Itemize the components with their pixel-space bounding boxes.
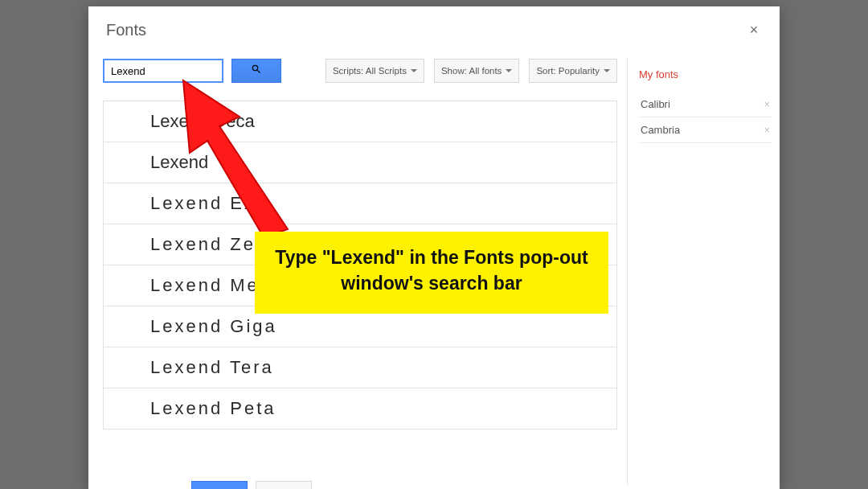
scripts-filter[interactable]: Scripts: All Scripts	[326, 59, 424, 83]
my-font-item[interactable]: Cambria ×	[639, 117, 772, 143]
sidebar: My fonts Calibri × Cambria ×	[627, 59, 780, 485]
remove-font-button[interactable]: ×	[764, 124, 770, 136]
font-row[interactable]: Lexend Deca	[104, 101, 616, 142]
search-button[interactable]	[231, 59, 281, 83]
cancel-button[interactable]	[256, 481, 312, 489]
font-row[interactable]: Lexend	[104, 142, 616, 183]
chevron-down-icon	[411, 69, 417, 72]
scripts-filter-label: Scripts: All Scripts	[333, 66, 407, 76]
close-button[interactable]: ×	[746, 23, 762, 39]
my-font-item[interactable]: Calibri ×	[639, 92, 772, 117]
font-row[interactable]: Lexend Tera	[104, 347, 616, 388]
remove-font-button[interactable]: ×	[764, 98, 770, 110]
font-row[interactable]: Lexend Exa	[104, 183, 616, 224]
annotation-text: Type "Lexend" in the Fonts pop-out windo…	[275, 247, 588, 294]
sort-filter-label: Sort: Popularity	[536, 66, 600, 76]
search-input[interactable]	[103, 59, 223, 83]
show-filter-label: Show: All fonts	[441, 66, 502, 76]
font-row[interactable]: Lexend Peta	[104, 388, 616, 429]
dialog-header: Fonts ×	[88, 6, 780, 51]
chevron-down-icon	[604, 69, 610, 72]
dialog-title: Fonts	[106, 21, 146, 39]
my-font-label: Calibri	[641, 98, 670, 110]
my-fonts-title: My fonts	[639, 68, 772, 80]
toolbar: Scripts: All Scripts Show: All fonts Sor…	[103, 59, 617, 83]
chevron-down-icon	[506, 69, 512, 72]
search-icon	[251, 64, 262, 78]
my-font-label: Cambria	[641, 124, 680, 136]
sort-filter[interactable]: Sort: Popularity	[529, 59, 617, 83]
show-filter[interactable]: Show: All fonts	[434, 59, 519, 83]
annotation-callout: Type "Lexend" in the Fonts pop-out windo…	[255, 232, 608, 314]
ok-button[interactable]	[191, 481, 248, 489]
